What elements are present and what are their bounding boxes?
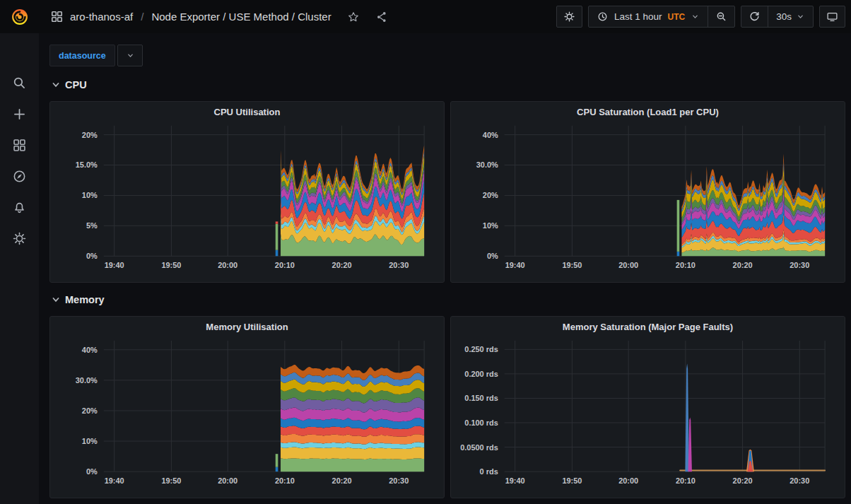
time-picker-group: Last 1 hour UTC (588, 6, 735, 28)
chevron-down-icon (796, 12, 805, 21)
svg-text:20:30: 20:30 (389, 261, 409, 269)
svg-text:30.0%: 30.0% (476, 161, 498, 170)
svg-text:20:00: 20:00 (618, 476, 638, 485)
svg-text:20:10: 20:10 (676, 476, 696, 485)
svg-text:20:00: 20:00 (218, 476, 237, 485)
apps-grid-icon (50, 10, 64, 23)
time-series-chart[interactable]: 0%10%20%30.0%40%19:4019:5020:0020:1020:2… (451, 102, 845, 282)
svg-text:15.0%: 15.0% (76, 161, 98, 170)
gear-icon (563, 11, 575, 23)
svg-text:20%: 20% (483, 191, 498, 199)
svg-text:10%: 10% (82, 437, 98, 445)
search-icon (12, 76, 27, 90)
svg-text:30.0%: 30.0% (76, 376, 98, 385)
sidebar-item-dashboards[interactable] (12, 137, 28, 153)
sidebar-item-create[interactable] (12, 106, 28, 122)
svg-text:10%: 10% (82, 191, 98, 199)
svg-text:40%: 40% (483, 131, 498, 139)
refresh-group: 30s (741, 6, 814, 28)
plus-icon (12, 107, 27, 122)
svg-text:20:20: 20:20 (332, 476, 352, 485)
refresh-button[interactable] (741, 6, 768, 27)
svg-text:19:40: 19:40 (105, 261, 124, 269)
top-navbar: aro-thanos-af / Node Exporter / USE Meth… (39, 0, 851, 33)
svg-text:5%: 5% (86, 221, 98, 230)
svg-text:0.100 rds: 0.100 rds (464, 418, 498, 427)
section-header-memory[interactable]: Memory (52, 294, 105, 305)
tv-icon (826, 11, 838, 23)
svg-text:20:00: 20:00 (218, 261, 237, 269)
time-range-label: Last 1 hour (614, 11, 662, 22)
svg-text:19:50: 19:50 (562, 476, 582, 485)
time-series-chart[interactable]: 0%5%10%15.0%20%19:4019:5020:0020:1020:20… (50, 102, 444, 282)
svg-text:20:20: 20:20 (332, 261, 352, 269)
zoom-out-button[interactable] (708, 6, 734, 27)
section-header-cpu[interactable]: CPU (52, 79, 87, 90)
refresh-interval-label: 30s (776, 11, 792, 22)
sidebar (0, 0, 39, 504)
sidebar-item-explore[interactable] (12, 168, 28, 184)
svg-text:20:20: 20:20 (733, 476, 753, 485)
svg-text:19:40: 19:40 (505, 476, 525, 485)
svg-text:19:40: 19:40 (105, 476, 124, 485)
gear-icon (12, 231, 27, 246)
share-icon[interactable] (375, 11, 388, 23)
variable-datasource-picker[interactable]: datasource (49, 45, 115, 66)
compass-icon (12, 169, 27, 184)
bell-icon (12, 200, 27, 215)
svg-text:0%: 0% (86, 252, 98, 260)
sidebar-item-search[interactable] (12, 75, 28, 90)
svg-text:0.200 rds: 0.200 rds (464, 370, 498, 378)
chevron-down-icon (52, 81, 60, 89)
svg-text:0.150 rds: 0.150 rds (464, 394, 498, 402)
svg-text:0.0500 rds: 0.0500 rds (460, 443, 498, 452)
panel-cpu-saturation: CPU Saturation (Load1 per CPU) 0%10%20%3… (450, 101, 845, 283)
breadcrumb: aro-thanos-af / Node Exporter / USE Meth… (50, 10, 388, 23)
breadcrumb-folder[interactable]: aro-thanos-af (70, 11, 133, 23)
navbar-controls: Last 1 hour UTC (556, 6, 845, 28)
svg-text:20:00: 20:00 (618, 261, 638, 269)
svg-text:20%: 20% (82, 406, 98, 415)
star-icon[interactable] (347, 11, 360, 23)
chevron-down-icon (52, 295, 60, 304)
dashboard-title: Node Exporter / USE Method / Cluster (151, 11, 331, 23)
section-title: Memory (65, 294, 105, 305)
svg-text:19:50: 19:50 (161, 261, 181, 269)
svg-text:40%: 40% (82, 346, 98, 354)
panel-memory-saturation: Memory Saturation (Major Page Faults) 0 … (450, 316, 845, 498)
zoom-out-icon (715, 11, 727, 23)
grafana-logo-icon[interactable] (0, 0, 39, 33)
sidebar-item-configuration[interactable] (12, 230, 28, 246)
variable-value-dropdown[interactable] (117, 45, 143, 66)
section-title: CPU (65, 79, 87, 90)
svg-text:0 rds: 0 rds (480, 467, 498, 476)
svg-text:10%: 10% (483, 221, 498, 230)
tv-mode-button[interactable] (819, 6, 845, 28)
sidebar-nav (12, 75, 28, 246)
dashboard-settings-button[interactable] (556, 6, 582, 28)
time-series-chart[interactable]: 0 rds0.0500 rds0.100 rds0.150 rds0.200 r… (451, 317, 845, 498)
breadcrumb-separator: / (139, 11, 145, 23)
svg-text:20%: 20% (82, 131, 98, 139)
svg-text:20:10: 20:10 (275, 476, 295, 485)
sidebar-item-alerting[interactable] (12, 199, 28, 215)
svg-text:19:50: 19:50 (161, 476, 181, 485)
refresh-interval-picker[interactable]: 30s (768, 6, 813, 27)
clock-icon (597, 11, 609, 23)
panel-cpu-utilisation: CPU Utilisation 0%5%10%15.0%20%19:4019:5… (49, 101, 445, 283)
dashboards-grid-icon (12, 138, 27, 153)
refresh-icon (749, 11, 761, 23)
chevron-down-icon (691, 12, 700, 21)
svg-text:20:30: 20:30 (389, 476, 409, 485)
grafana-dashboard: aro-thanos-af / Node Exporter / USE Meth… (0, 0, 851, 504)
time-range-picker[interactable]: Last 1 hour UTC (589, 6, 708, 27)
timezone-label: UTC (668, 12, 686, 22)
svg-text:20:20: 20:20 (733, 261, 753, 269)
svg-text:0%: 0% (487, 252, 498, 260)
chevron-down-icon (126, 51, 135, 60)
time-series-chart[interactable]: 0%10%20%30.0%40%19:4019:5020:0020:1020:2… (50, 317, 444, 498)
panel-memory-utilisation: Memory Utilisation 0%10%20%30.0%40%19:40… (49, 316, 445, 498)
svg-text:20:10: 20:10 (676, 261, 696, 269)
svg-text:20:30: 20:30 (790, 261, 809, 269)
svg-text:0%: 0% (86, 467, 98, 476)
